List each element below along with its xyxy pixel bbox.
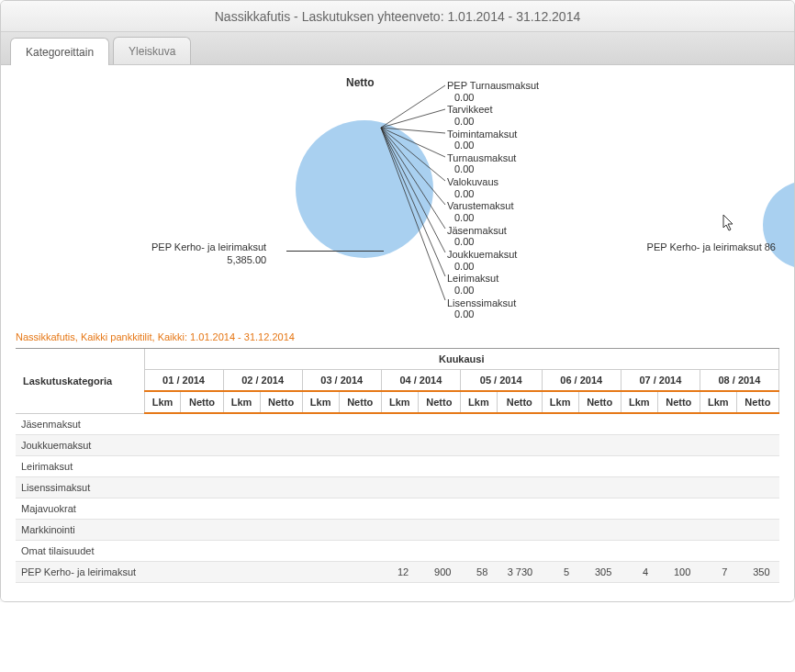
cell: 350 xyxy=(736,561,778,582)
cell xyxy=(260,476,302,498)
main-slice-value: 5,385.00 xyxy=(151,254,266,267)
cell xyxy=(302,476,339,498)
cell xyxy=(381,434,418,455)
row-category: PEP Kerho- ja leirimaksut xyxy=(16,561,144,582)
month-header: 01 / 2014 xyxy=(144,370,223,392)
cell xyxy=(700,519,736,540)
sub-header: Netto xyxy=(497,391,542,413)
row-category: Markkinointi xyxy=(16,519,144,540)
row-category: Omat tilaisuudet xyxy=(16,540,144,561)
cell xyxy=(700,498,736,519)
month-header: 02 / 2014 xyxy=(223,370,302,392)
month-header: 07 / 2014 xyxy=(621,370,700,392)
legend-item: Joukkuemaksut0.00 xyxy=(447,249,539,272)
cell xyxy=(302,561,339,582)
cell xyxy=(621,498,657,519)
cell: 5 xyxy=(542,561,578,582)
data-table-wrap: Laskutuskategoria Kuukausi 01 / 201402 /… xyxy=(16,348,779,583)
cell xyxy=(657,476,700,498)
cell xyxy=(381,519,418,540)
legend-item: Turnausmaksut0.00 xyxy=(447,152,539,175)
sub-header: Netto xyxy=(657,391,700,413)
cell xyxy=(460,413,497,434)
cell xyxy=(497,540,542,561)
legend-name: Valokuvaus xyxy=(447,176,498,187)
cell xyxy=(542,498,578,519)
cell xyxy=(700,434,736,455)
cell: 305 xyxy=(578,561,621,582)
cell xyxy=(339,498,381,519)
cell xyxy=(700,476,736,498)
cell xyxy=(460,434,497,455)
cursor-icon xyxy=(722,214,735,232)
cell xyxy=(418,413,460,434)
secondary-slice-value: 86 xyxy=(765,241,776,252)
window-title: Nassikkafutis - Laskutuksen yhteenveto: … xyxy=(1,1,794,32)
chart-title: Netto xyxy=(346,76,375,89)
cell xyxy=(418,476,460,498)
cell xyxy=(381,476,418,498)
cell xyxy=(339,519,381,540)
cell xyxy=(736,476,778,498)
cell xyxy=(223,540,260,561)
cell xyxy=(339,476,381,498)
legend-value: 0.00 xyxy=(447,116,539,128)
cell xyxy=(223,498,260,519)
cell: 58 xyxy=(460,561,497,582)
cell xyxy=(460,455,497,476)
cell xyxy=(302,434,339,455)
tab-yleiskuva[interactable]: Yleiskuva xyxy=(113,37,191,64)
pie-chart: Netto PEP Kerho- ja xyxy=(16,71,779,328)
cell xyxy=(181,434,223,455)
cell xyxy=(418,540,460,561)
cell xyxy=(657,413,700,434)
cell xyxy=(497,455,542,476)
cell xyxy=(302,540,339,561)
cell xyxy=(736,413,778,434)
cell xyxy=(144,561,181,582)
table-row: Jäsenmaksut xyxy=(16,413,779,434)
tab-kategoreittain[interactable]: Kategoreittain xyxy=(10,38,109,65)
cell xyxy=(260,540,302,561)
cell xyxy=(339,540,381,561)
cell xyxy=(381,413,418,434)
cell xyxy=(418,498,460,519)
cell xyxy=(260,455,302,476)
cell xyxy=(578,498,621,519)
cell xyxy=(339,434,381,455)
month-header: 04 / 2014 xyxy=(381,370,460,392)
sub-header: Netto xyxy=(418,391,460,413)
cell xyxy=(223,476,260,498)
cell xyxy=(700,413,736,434)
cell xyxy=(460,476,497,498)
cell xyxy=(260,413,302,434)
cell xyxy=(657,540,700,561)
row-category: Lisenssimaksut xyxy=(16,476,144,498)
sub-header: Lkm xyxy=(621,391,657,413)
col-category: Laskutuskategoria xyxy=(16,349,144,413)
cell xyxy=(460,498,497,519)
legend-item: Jäsenmaksut0.00 xyxy=(447,225,539,248)
cell xyxy=(497,413,542,434)
cell xyxy=(657,434,700,455)
sub-header: Lkm xyxy=(223,391,260,413)
cell xyxy=(223,455,260,476)
row-category: Jäsenmaksut xyxy=(16,413,144,434)
cell xyxy=(736,455,778,476)
cell xyxy=(339,413,381,434)
legend-item: PEP Turnausmaksut0.00 xyxy=(447,80,539,103)
cell xyxy=(578,434,621,455)
table-row: Majavuokrat xyxy=(16,498,779,519)
cell xyxy=(657,455,700,476)
cell xyxy=(621,519,657,540)
legend-name: Varustemaksut xyxy=(447,200,514,211)
cell xyxy=(223,413,260,434)
cell xyxy=(381,498,418,519)
legend-value: 0.00 xyxy=(447,163,539,175)
cell xyxy=(497,434,542,455)
sub-header: Netto xyxy=(339,391,381,413)
sub-header: Lkm xyxy=(302,391,339,413)
sub-header: Lkm xyxy=(700,391,736,413)
cell xyxy=(542,540,578,561)
cell xyxy=(144,434,181,455)
